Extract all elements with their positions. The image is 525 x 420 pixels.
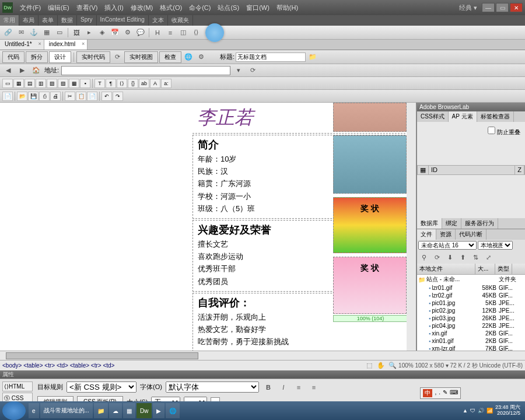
target-rule-select[interactable]: <新 CSS 规则>	[66, 382, 136, 393]
redo-icon[interactable]: ↷	[113, 92, 123, 101]
std-btn[interactable]: ▤	[24, 79, 35, 88]
tag-path[interactable]: <body> <table> <tr> <td> <table> <tr> <t…	[2, 362, 363, 369]
align-left-icon[interactable]: ≡	[293, 382, 304, 393]
menu-commands[interactable]: 命令(C)	[187, 2, 213, 13]
title-input[interactable]	[236, 52, 306, 62]
code-view-button[interactable]: 代码	[2, 51, 24, 63]
put-icon[interactable]: ⬆	[457, 252, 468, 262]
new-icon[interactable]: 📄	[2, 92, 13, 101]
tab-css[interactable]: CSS样式	[417, 111, 449, 122]
cat-fav[interactable]: 收藏夹	[168, 15, 193, 26]
font-select[interactable]: 默认字体	[166, 382, 259, 393]
tab-snippets[interactable]: 代码片断	[456, 229, 487, 240]
menu-modify[interactable]: 修改(M)	[128, 2, 156, 13]
std-btn[interactable]: ▥	[36, 79, 46, 88]
doc-tab-index[interactable]: index.html×	[44, 40, 88, 50]
view-dropdown[interactable]: 本地视图	[478, 241, 513, 250]
open-icon[interactable]: 📂	[17, 92, 27, 101]
file-row[interactable]: ▪ xm-lzr.gif7KBGIF...	[417, 345, 525, 351]
menu-site[interactable]: 站点(S)	[215, 2, 242, 13]
italic-icon[interactable]: I	[278, 382, 289, 393]
file-row[interactable]: ▪ lzr02.gif45KBGIF...	[417, 292, 525, 299]
photo-1[interactable]	[333, 103, 407, 132]
text-btn[interactable]: ab	[139, 79, 149, 88]
tab-assets[interactable]: 资源	[436, 229, 456, 240]
print-icon[interactable]: 🖨	[50, 92, 61, 101]
col-size[interactable]: 大...	[475, 264, 495, 274]
hyperlink-icon[interactable]: 🔗	[2, 27, 14, 38]
image-icon[interactable]: 🖼	[71, 27, 82, 38]
cat-common[interactable]: 常用	[0, 15, 19, 26]
file-row[interactable]: ▪ pic03.jpg26KBJPE...	[417, 314, 525, 322]
reload-icon[interactable]: ⟳	[247, 65, 258, 76]
text-btn[interactable]: ⟨⟩	[117, 79, 127, 88]
task-ie[interactable]: e	[29, 403, 39, 418]
task-pp[interactable]: ▶	[153, 403, 164, 418]
expand-icon[interactable]: ⤢	[482, 252, 494, 262]
div-icon[interactable]: ▭	[54, 27, 65, 38]
file-mgmt-icon[interactable]: 📁	[307, 52, 318, 62]
certificate-2[interactable]: 奖 状	[333, 257, 407, 314]
text-btn[interactable]: a:	[161, 79, 172, 88]
live-view-button[interactable]: 实时视图	[124, 51, 158, 63]
anchor-icon[interactable]: ⚓	[28, 27, 40, 38]
file-row[interactable]: ▪ lzr01.gif58KBGIF...	[417, 284, 525, 292]
close-button[interactable]: ✕	[510, 3, 523, 12]
menu-edit[interactable]: 编辑(E)	[46, 2, 72, 13]
site-dropdown[interactable]: 未命名站点 16	[418, 241, 477, 250]
widget-icon[interactable]: ◈	[96, 27, 108, 38]
browserlab-panel-title[interactable]: Adobe BrowserLab	[417, 103, 525, 111]
menu-file[interactable]: 文件(F)	[18, 2, 43, 13]
tab-tag[interactable]: 标签检查器	[477, 111, 514, 122]
menu-insert[interactable]: 插入(I)	[102, 2, 125, 13]
std-btn[interactable]: ▧	[58, 79, 68, 88]
hand-tool-icon[interactable]: ✋	[375, 360, 387, 371]
clock[interactable]: 23:48 周六 2020/12/5	[495, 405, 520, 416]
tray-icon[interactable]: ▲	[463, 408, 468, 414]
file-row[interactable]: ▪ xin.gif2KBGIF...	[417, 330, 525, 337]
file-row[interactable]: ▪ pic04.jpg22KBJPE...	[417, 322, 525, 330]
home-icon[interactable]: 🏠	[30, 65, 42, 76]
start-button[interactable]	[2, 401, 26, 420]
certificate-1[interactable]: 奖 状	[333, 197, 407, 253]
cat-ice[interactable]: InContext Editing	[97, 15, 149, 26]
file-row[interactable]: ▪ pic01.jpg5KBJPE...	[417, 299, 525, 307]
vertical-scrollbar[interactable]	[407, 103, 416, 351]
tab-ap[interactable]: AP 元素	[449, 111, 477, 122]
minimize-button[interactable]: —	[482, 3, 495, 12]
tab-files[interactable]: 文件	[417, 229, 436, 240]
cat-text[interactable]: 文本	[149, 15, 168, 26]
text-btn[interactable]: {}	[128, 79, 138, 88]
tray-icon[interactable]: 🛡	[470, 408, 475, 414]
tag-icon[interactable]: ⟨⟩	[190, 27, 202, 38]
std-btn[interactable]: ▨	[47, 79, 57, 88]
tab-bind[interactable]: 绑定	[442, 218, 461, 229]
photo-2[interactable]	[333, 135, 407, 194]
browser-icon[interactable]: 🌐	[183, 52, 194, 62]
connect-icon[interactable]: ⚲	[418, 252, 430, 262]
task-dreamweaver[interactable]: Dw	[136, 403, 152, 418]
close-icon[interactable]: ×	[38, 41, 41, 47]
col-type[interactable]: 类型	[495, 264, 512, 274]
comment-icon[interactable]: 💬	[135, 27, 146, 38]
date-icon[interactable]: 📅	[109, 27, 121, 38]
saveall-icon[interactable]: ⎙	[39, 92, 50, 101]
split-view-button[interactable]: 拆分	[26, 51, 48, 63]
go-icon[interactable]: ▾	[233, 65, 244, 76]
workspace-switcher[interactable]: 经典 ▾	[459, 4, 477, 12]
head-icon[interactable]: H	[152, 27, 163, 38]
email-icon[interactable]: ✉	[15, 27, 27, 38]
select-tool-icon[interactable]: ⬚	[363, 360, 375, 371]
tray-icon[interactable]: 📶	[487, 408, 493, 414]
refresh-files-icon[interactable]: ⟳	[431, 252, 443, 262]
design-view[interactable]: 李正若 简介 年龄：10岁 民族：汉 籍贯：广东河源 学校：河源一小 班级：八（…	[0, 103, 417, 351]
std-btn[interactable]: ▦	[13, 79, 24, 88]
options-icon[interactable]: ⚙	[195, 52, 207, 62]
cat-forms[interactable]: 表单	[38, 15, 58, 26]
task-cloud[interactable]: ☁	[109, 403, 122, 418]
forward-icon[interactable]: ▶	[16, 65, 28, 76]
cut-icon[interactable]: ✂	[65, 92, 75, 101]
live-preview-orb[interactable]	[205, 23, 224, 42]
horizontal-scrollbar[interactable]	[0, 351, 525, 360]
ime-toolbar[interactable]: 中 ,.✎⌨	[420, 387, 461, 399]
